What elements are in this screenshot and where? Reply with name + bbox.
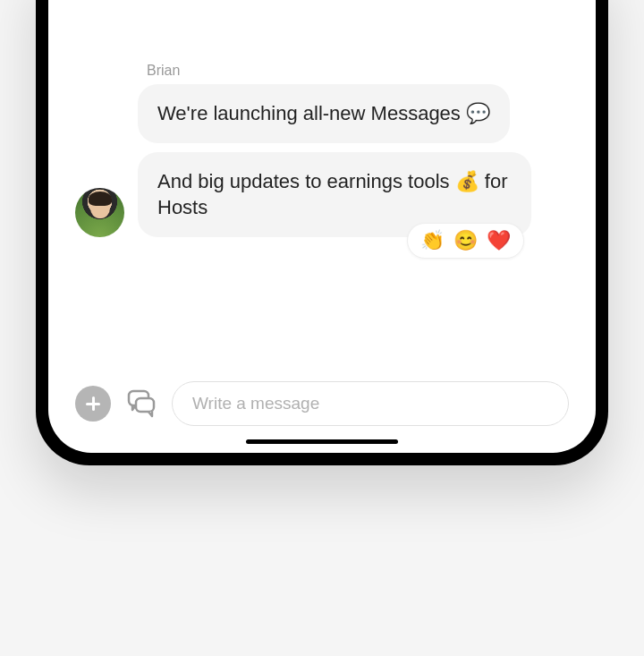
phone-frame: Brian We're launching all-new Messages 💬… xyxy=(36,0,608,465)
saved-replies-button[interactable] xyxy=(125,388,157,420)
svg-rect-1 xyxy=(136,398,154,412)
message-input-placeholder: Write a message xyxy=(192,394,319,413)
add-button[interactable] xyxy=(75,386,111,422)
avatar-spacer xyxy=(75,94,124,143)
reaction-emoji[interactable]: 👏 xyxy=(420,229,445,252)
reaction-emoji[interactable]: ❤️ xyxy=(487,229,511,252)
message-input[interactable]: Write a message xyxy=(172,381,569,426)
sender-avatar[interactable] xyxy=(75,188,124,237)
reaction-bar[interactable]: 👏 😊 ❤️ xyxy=(407,223,524,259)
message-row: We're launching all-new Messages 💬 xyxy=(75,84,569,143)
message-bubble[interactable]: We're launching all-new Messages 💬 xyxy=(138,84,510,143)
chat-bubbles-icon xyxy=(125,388,157,420)
sender-name: Brian xyxy=(147,63,569,79)
home-indicator[interactable] xyxy=(246,439,398,444)
avatar-slot xyxy=(75,188,124,237)
chat-area: Brian We're launching all-new Messages 💬… xyxy=(48,0,596,363)
plus-icon xyxy=(86,396,100,411)
message-row: And big updates to earnings tools 💰 for … xyxy=(75,152,569,237)
reaction-emoji[interactable]: 😊 xyxy=(453,229,478,252)
phone-screen: Brian We're launching all-new Messages 💬… xyxy=(48,0,596,453)
